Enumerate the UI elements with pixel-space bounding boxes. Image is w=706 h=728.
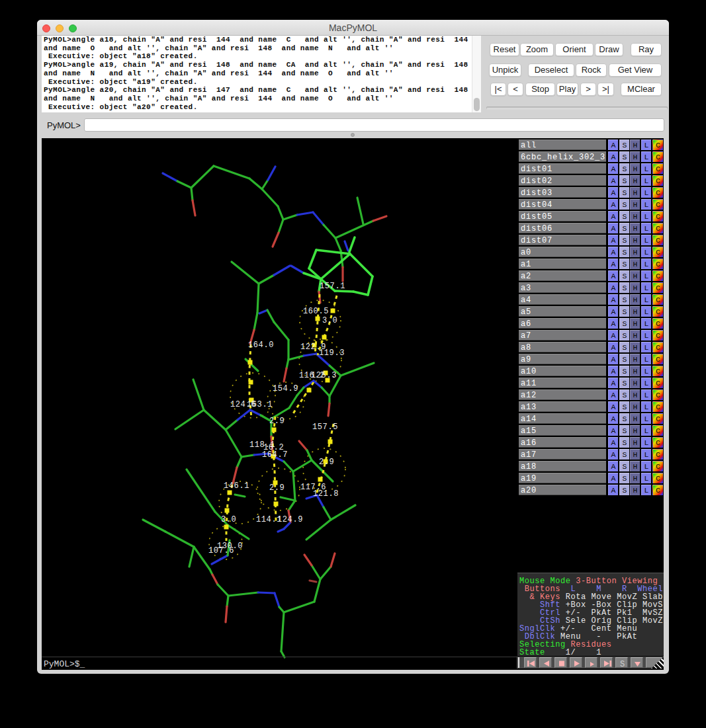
svg-text:121.8: 121.8 bbox=[313, 489, 339, 499]
svg-text:119.3: 119.3 bbox=[319, 348, 345, 358]
svg-text:2.9: 2.9 bbox=[269, 483, 285, 493]
svg-text:2.9: 2.9 bbox=[269, 417, 285, 426]
svg-text:124.9: 124.9 bbox=[277, 515, 303, 524]
svg-text:125.3: 125.3 bbox=[311, 371, 337, 380]
svg-text:154.9: 154.9 bbox=[273, 384, 298, 393]
svg-text:S: S bbox=[620, 660, 625, 669]
svg-text:164.0: 164.0 bbox=[248, 341, 274, 350]
svg-text:163.1: 163.1 bbox=[247, 400, 273, 409]
svg-text:157.1: 157.1 bbox=[320, 282, 345, 291]
svg-text:157.5: 157.5 bbox=[312, 423, 338, 432]
svg-text:3.0: 3.0 bbox=[221, 515, 236, 524]
svg-text:107.6: 107.6 bbox=[208, 546, 234, 555]
svg-text:160.5: 160.5 bbox=[303, 307, 329, 316]
svg-text:3.0: 3.0 bbox=[322, 316, 337, 325]
svg-text:2.9: 2.9 bbox=[319, 458, 334, 467]
svg-text:164.7: 164.7 bbox=[262, 450, 288, 460]
svg-text:146.1: 146.1 bbox=[224, 481, 249, 491]
